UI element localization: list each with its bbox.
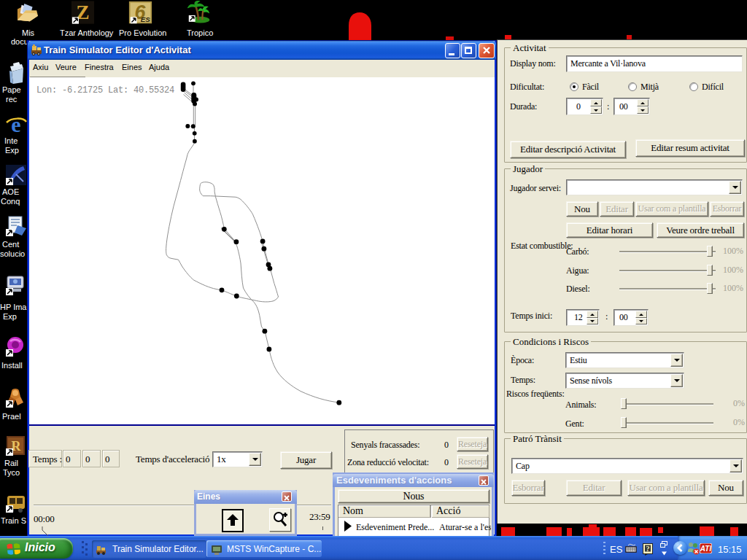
svg-text:?: ? xyxy=(646,545,650,553)
svg-text:ES: ES xyxy=(141,15,151,23)
svg-text:ATI: ATI xyxy=(700,545,711,553)
svg-text:e: e xyxy=(11,113,20,136)
